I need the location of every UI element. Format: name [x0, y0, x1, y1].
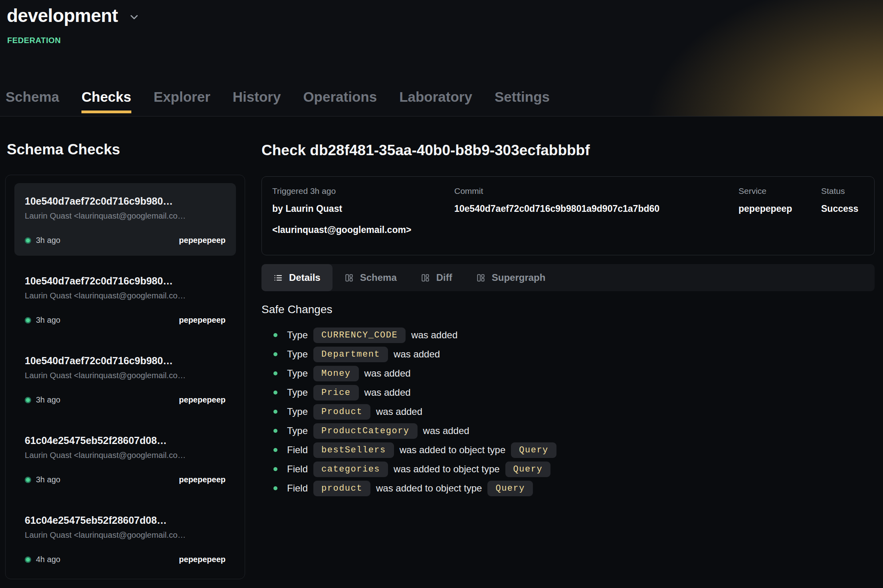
check-item-author: Laurin Quast <laurinquast@googlemail.co…: [25, 211, 226, 221]
list-icon: [273, 273, 283, 282]
federation-badge: FEDERATION: [7, 36, 61, 45]
change-description: was added: [423, 425, 469, 436]
safe-changes-list: Type CURRENCY_CODE was added Type Depart…: [261, 326, 875, 498]
change-description: was added: [394, 349, 440, 360]
bullet-icon: [273, 333, 277, 337]
bullet-icon: [273, 486, 277, 490]
status-dot-icon: [25, 556, 31, 563]
check-item-meta-row: 3h ago pepepepeep: [25, 316, 226, 325]
change-row: Field categories was added to object typ…: [261, 460, 875, 479]
view-tab-label: Supergraph: [492, 272, 546, 283]
change-code-chip: CURRENCY_CODE: [313, 328, 406, 343]
check-title: Check db28f481-35aa-40b0-b8b9-303ecfabbb…: [261, 142, 875, 159]
change-code-chip: categories: [313, 462, 388, 477]
change-kind: Field: [287, 444, 308, 456]
change-code-chip: Money: [313, 366, 359, 381]
check-list-item[interactable]: 10e540d7aef72c0d716c9b980… Laurin Quast …: [14, 343, 236, 415]
change-kind: Type: [287, 425, 308, 436]
change-kind: Type: [287, 387, 308, 398]
tab-history[interactable]: History: [233, 89, 281, 113]
change-code-chip: product: [313, 481, 370, 496]
bullet-icon: [273, 371, 277, 375]
commit-value: 10e540d7aef72c0d716c9b9801a9d907c1a7bd60: [454, 201, 738, 217]
check-item-time: 3h ago: [36, 316, 60, 325]
project-header: development FEDERATION SchemaChecksExplo…: [0, 0, 883, 116]
view-tab-diff[interactable]: Diff: [409, 264, 464, 291]
view-tab-supergraph[interactable]: Supergraph: [464, 264, 558, 291]
change-row: Field bestSellers was added to object ty…: [261, 440, 875, 460]
check-item-meta-row: 3h ago pepepepeep: [25, 475, 226, 484]
check-item-meta-row: 3h ago pepepepeep: [25, 236, 226, 245]
change-row: Type Product was added: [261, 402, 875, 421]
status-dot-icon: [25, 237, 31, 244]
view-tab-schema[interactable]: Schema: [333, 264, 409, 291]
check-item-author: Laurin Quast <laurinquast@googlemail.co…: [25, 530, 226, 540]
check-item-time: 4h ago: [36, 555, 60, 564]
tab-explorer[interactable]: Explorer: [154, 89, 210, 113]
bullet-icon: [273, 410, 277, 414]
check-item-service: pepepepeep: [179, 395, 226, 404]
check-list-item[interactable]: 61c04e25475eb52f28607d08… Laurin Quast <…: [14, 422, 236, 495]
status-dot-icon: [25, 397, 31, 403]
bullet-icon: [273, 429, 277, 433]
triggered-email: <laurinquast@googlemail.com>: [272, 222, 454, 238]
change-row: Field product was added to object type Q…: [261, 479, 875, 498]
tab-laboratory[interactable]: Laboratory: [399, 89, 472, 113]
commit-label: Commit: [454, 186, 738, 196]
tab-checks[interactable]: Checks: [81, 89, 131, 113]
columns-icon: [421, 273, 430, 282]
change-description: was added to object type: [376, 483, 482, 494]
change-description: was added: [411, 330, 457, 341]
chevron-down-icon[interactable]: [128, 11, 140, 23]
tab-settings[interactable]: Settings: [495, 89, 550, 113]
check-list-item[interactable]: 61c04e25475eb52f28607d08… Laurin Quast <…: [14, 502, 236, 575]
change-kind: Type: [287, 368, 308, 379]
project-name: development: [7, 5, 118, 26]
meta-status: Status Success: [821, 186, 864, 238]
change-row: Type Department was added: [261, 345, 875, 364]
tab-operations[interactable]: Operations: [303, 89, 377, 113]
check-item-id: 10e540d7aef72c0d716c9b980…: [25, 195, 226, 207]
check-item-id: 61c04e25475eb52f28607d08…: [25, 435, 226, 446]
change-code-chip: ProductCategory: [313, 423, 418, 439]
change-parent-chip: Query: [505, 462, 551, 477]
change-row: Type Price was added: [261, 383, 875, 402]
tab-schema[interactable]: Schema: [6, 89, 59, 113]
columns-icon: [476, 273, 485, 282]
view-tab-details[interactable]: Details: [261, 264, 333, 291]
check-item-id: 10e540d7aef72c0d716c9b980…: [25, 355, 226, 367]
check-item-author: Laurin Quast <laurinquast@googlemail.co…: [25, 371, 226, 380]
check-view-tabs: Details Schema Diff Supergraph: [261, 264, 875, 291]
bullet-icon: [273, 391, 277, 395]
status-dot-icon: [25, 477, 31, 483]
change-code-chip: Department: [313, 347, 388, 362]
page-content: Schema Checks 10e540d7aef72c0d716c9b980……: [0, 116, 883, 579]
check-item-id: 61c04e25475eb52f28607d08…: [25, 515, 226, 526]
meta-service: Service pepepepeep: [738, 186, 821, 238]
check-item-author: Laurin Quast <laurinquast@googlemail.co…: [25, 450, 226, 460]
change-code-chip: Product: [313, 404, 370, 420]
change-description: was added: [376, 406, 422, 417]
meta-commit: Commit 10e540d7aef72c0d716c9b9801a9d907c…: [454, 186, 738, 238]
check-detail-panel: Check db28f481-35aa-40b0-b8b9-303ecfabbb…: [261, 116, 875, 579]
triggered-by: by Laurin Quast: [272, 201, 454, 217]
change-parent-chip: Query: [487, 481, 533, 496]
bullet-icon: [273, 352, 277, 356]
check-item-id: 10e540d7aef72c0d716c9b980…: [25, 275, 226, 287]
project-selector[interactable]: development: [7, 5, 140, 26]
change-kind: Field: [287, 483, 308, 494]
bullet-icon: [273, 448, 277, 452]
check-list-item[interactable]: 10e540d7aef72c0d716c9b980… Laurin Quast …: [14, 183, 236, 256]
change-description: was added: [364, 387, 411, 398]
safe-changes-title: Safe Changes: [261, 303, 875, 316]
service-value: pepepepeep: [738, 201, 821, 217]
change-kind: Type: [287, 406, 308, 417]
change-row: Type ProductCategory was added: [261, 421, 875, 440]
check-meta-box: Triggered 3h ago by Laurin Quast <laurin…: [261, 176, 875, 255]
check-item-service: pepepepeep: [179, 316, 226, 325]
checks-list: 10e540d7aef72c0d716c9b980… Laurin Quast …: [5, 175, 245, 579]
check-list-item[interactable]: 10e540d7aef72c0d716c9b980… Laurin Quast …: [14, 263, 236, 335]
view-tab-label: Details: [289, 272, 321, 283]
view-tab-label: Schema: [360, 272, 397, 283]
change-kind: Field: [287, 464, 308, 475]
